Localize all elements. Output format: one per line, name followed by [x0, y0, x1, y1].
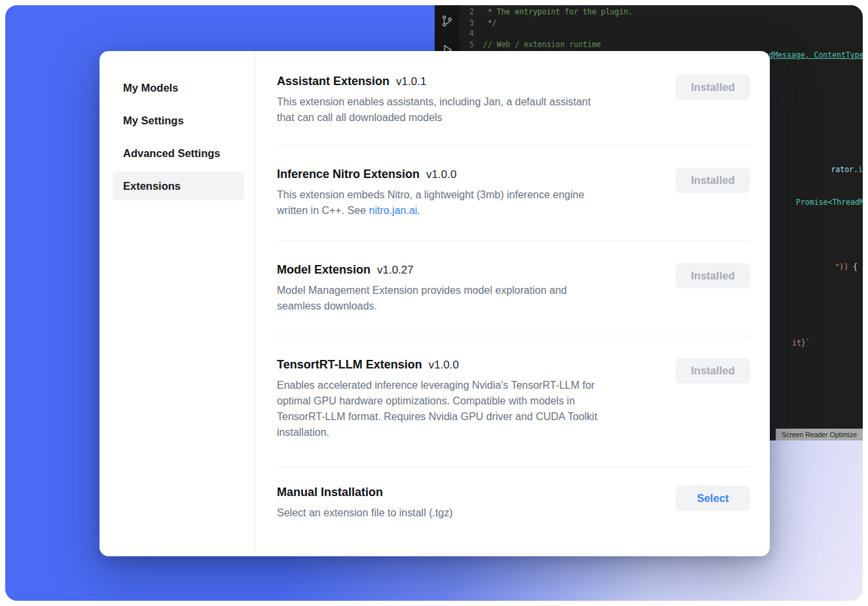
select-file-button[interactable]: Select — [676, 486, 750, 511]
code-fragment: it}` — [792, 338, 810, 349]
extensions-panel: Assistant Extensionv1.0.1 This extension… — [255, 51, 770, 556]
extension-row-model: Model Extensionv1.0.27 Model Management … — [277, 241, 750, 336]
code-function: inference — [858, 165, 863, 174]
code-text: // Web / extension runtime — [483, 39, 601, 50]
code-fragment: rator.inference(data)); — [795, 153, 863, 186]
sidebar-item-my-settings[interactable]: My Settings — [113, 106, 244, 135]
extension-description: Model Management Extension provides mode… — [277, 283, 567, 314]
extension-version: v1.0.27 — [377, 264, 414, 276]
manual-installation-info: Manual Installation Select an extension … — [277, 486, 453, 521]
code-variable: rator. — [831, 165, 858, 174]
extension-version: v1.0.0 — [426, 168, 456, 181]
extension-row-tensorrt-llm: TensortRT-LLM Extensionv1.0.0 Enables ac… — [277, 336, 750, 467]
code-fragment: ")) { — [799, 251, 858, 283]
settings-sidebar: My Models My Settings Advanced Settings … — [99, 51, 255, 556]
extension-title-line: Assistant Extensionv1.0.1 — [277, 75, 590, 88]
extension-name: Model Extension — [277, 263, 371, 276]
extension-description: This extension embeds Nitro, a lightweig… — [277, 187, 585, 219]
description-text: This extension embeds Nitro, a lightweig… — [277, 189, 585, 216]
extension-title-line: Inference Nitro Extensionv1.0.0 — [277, 168, 585, 181]
sidebar-item-label: Advanced Settings — [123, 147, 221, 160]
sidebar-item-label: My Settings — [123, 115, 184, 127]
line-number: 4 — [460, 28, 483, 39]
manual-installation-row: Manual Installation Select an extension … — [277, 467, 750, 538]
line-number: 5 — [460, 39, 483, 50]
installed-button[interactable]: Installed — [676, 168, 750, 193]
code-line: 5 // Web / extension runtime — [460, 39, 863, 50]
manual-installation-title: Manual Installation — [277, 486, 383, 499]
extension-info: TensortRT-LLM Extensionv1.0.0 Enables ac… — [277, 358, 597, 440]
sidebar-item-my-models[interactable]: My Models — [113, 73, 244, 102]
code-string: ")) — [835, 262, 848, 272]
code-line: 3 */ — [460, 18, 863, 29]
extension-info: Assistant Extensionv1.0.1 This extension… — [277, 75, 590, 126]
extension-info: Inference Nitro Extensionv1.0.0 This ext… — [277, 168, 585, 219]
nitro-jan-ai-link[interactable]: nitro.jan.ai. — [369, 205, 420, 216]
app-background: 2 * The entrypoint for the plugin. 3 */ … — [5, 5, 863, 601]
extension-name: Assistant Extension — [277, 75, 389, 88]
extension-description: Enables accelerated inference leveraging… — [277, 378, 597, 440]
code-line: 4 — [460, 28, 863, 39]
code-line: 2 * The entrypoint for the plugin. — [460, 7, 863, 18]
installed-button[interactable]: Installed — [676, 263, 750, 289]
extension-row-assistant: Assistant Extensionv1.0.1 This extension… — [277, 75, 750, 146]
extension-version: v1.0.0 — [429, 359, 459, 371]
sidebar-item-label: My Models — [123, 82, 178, 94]
extension-name: TensortRT-LLM Extension — [277, 358, 422, 371]
extension-description: This extension enables assistants, inclu… — [277, 94, 590, 126]
extension-title-line: Model Extensionv1.0.27 — [277, 263, 567, 277]
extension-row-inference-nitro: Inference Nitro Extensionv1.0.0 This ext… — [277, 146, 750, 241]
code-text: */ — [483, 18, 497, 29]
extension-title-line: TensortRT-LLM Extensionv1.0.0 — [277, 358, 597, 372]
code-fragment: Promise<ThreadMessage> — [796, 197, 863, 208]
extension-info: Model Extensionv1.0.27 Model Management … — [277, 263, 567, 314]
line-number: 2 — [460, 7, 483, 18]
sidebar-item-label: Extensions — [123, 180, 181, 192]
code-text: * The entrypoint for the plugin. — [483, 7, 632, 18]
sidebar-item-advanced-settings[interactable]: Advanced Settings — [113, 139, 244, 168]
settings-modal: My Models My Settings Advanced Settings … — [99, 51, 770, 556]
source-control-icon[interactable] — [441, 14, 454, 27]
line-number: 3 — [460, 18, 483, 29]
screen-reader-status-item[interactable]: Screen Reader Optimize — [776, 429, 863, 440]
code-text: { — [848, 262, 858, 272]
extension-name: Inference Nitro Extension — [277, 168, 420, 181]
installed-button[interactable]: Installed — [676, 358, 750, 383]
manual-installation-title-line: Manual Installation — [277, 486, 453, 499]
sidebar-item-extensions[interactable]: Extensions — [113, 171, 244, 200]
extension-version: v1.0.1 — [396, 75, 426, 88]
manual-installation-description: Select an extension file to install (.tg… — [277, 505, 453, 521]
installed-button[interactable]: Installed — [676, 75, 750, 100]
